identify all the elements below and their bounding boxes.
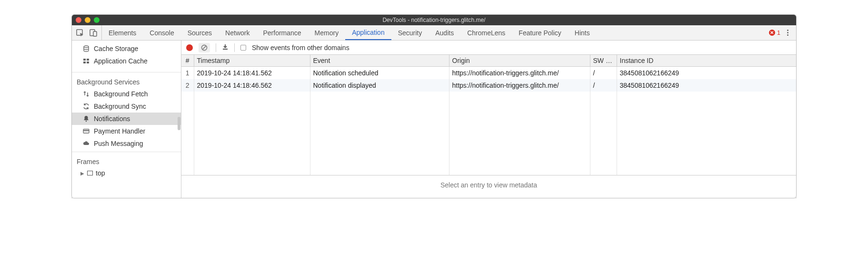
record-button[interactable] <box>186 44 193 51</box>
tab-memory[interactable]: Memory <box>308 25 346 40</box>
swap-icon <box>82 91 90 97</box>
sidebar-item-push-messaging[interactable]: Push Messaging <box>72 137 181 150</box>
tab-chromelens[interactable]: ChromeLens <box>460 25 512 40</box>
panels-tabbar: Elements Console Sources Network Perform… <box>72 25 796 41</box>
sidebar-item-application-cache[interactable]: Application Cache <box>72 55 181 67</box>
sidebar-item-payment-handler[interactable]: Payment Handler <box>72 125 181 137</box>
tab-feature-policy[interactable]: Feature Policy <box>512 25 568 40</box>
svg-line-12 <box>202 46 206 50</box>
application-sidebar: Cache Storage Application Cache Backgrou… <box>72 41 181 198</box>
notifications-panel: Show events from other domains # Timesta… <box>181 41 796 198</box>
clear-button[interactable] <box>199 43 210 52</box>
cell-timestamp: 2019-10-24 14:18:46.562 <box>194 79 310 92</box>
sidebar-item-cache-storage[interactable]: Cache Storage <box>72 42 181 55</box>
panel-tab-list: Elements Console Sources Network Perform… <box>102 25 766 40</box>
sidebar-item-label: Application Cache <box>94 57 148 65</box>
svg-rect-5 <box>87 59 89 61</box>
maximize-window-button[interactable] <box>94 17 100 23</box>
tab-sources[interactable]: Sources <box>181 25 219 40</box>
svg-rect-6 <box>83 62 86 63</box>
minimize-window-button[interactable] <box>85 17 90 23</box>
table-row[interactable]: 2 2019-10-24 14:18:46.562 Notification d… <box>181 79 796 92</box>
tab-audits[interactable]: Audits <box>429 25 460 40</box>
sidebar-item-label: Notifications <box>94 115 130 123</box>
sync-icon <box>82 103 90 110</box>
cell-event: Notification displayed <box>310 79 449 92</box>
svg-point-3 <box>84 46 89 48</box>
frame-icon <box>87 171 93 175</box>
save-events-button[interactable] <box>222 43 229 52</box>
error-icon: ✕ <box>769 30 775 36</box>
cell-instance-id: 3845081062166249 <box>617 79 796 92</box>
card-icon <box>82 128 90 134</box>
sidebar-item-background-sync[interactable]: Background Sync <box>72 100 181 113</box>
svg-point-8 <box>86 121 87 122</box>
sidebar-item-background-fetch[interactable]: Background Fetch <box>72 88 181 100</box>
window-controls <box>76 17 100 23</box>
column-header-number[interactable]: # <box>181 55 194 67</box>
cell-instance-id: 3845081062166249 <box>617 67 796 79</box>
chevron-right-icon: ▶ <box>80 171 84 176</box>
sidebar-item-label: Background Fetch <box>94 90 148 98</box>
tab-console[interactable]: Console <box>143 25 180 40</box>
show-other-domains-label: Show events from other domains <box>252 44 349 52</box>
sidebar-item-label: Payment Handler <box>94 127 145 135</box>
column-header-instance-id[interactable]: Instance ID <box>617 55 796 67</box>
window-titlebar: DevTools - notification-triggers.glitch.… <box>72 15 796 25</box>
cell-sw-scope: / <box>590 79 617 92</box>
column-header-event[interactable]: Event <box>310 55 449 67</box>
close-window-button[interactable] <box>76 17 81 23</box>
metadata-hint: Select an entry to view metadata <box>181 175 796 195</box>
cell-timestamp: 2019-10-24 14:18:41.562 <box>194 67 310 79</box>
show-other-domains-checkbox[interactable] <box>240 45 246 51</box>
sidebar-heading-background-services: Background Services <box>72 74 181 88</box>
sidebar-item-label: Background Sync <box>94 103 146 110</box>
tab-performance[interactable]: Performance <box>256 25 308 40</box>
cell-origin: https://notification-triggers.glitch.me/ <box>449 67 590 79</box>
column-header-sw-scope[interactable]: SW … <box>590 55 617 67</box>
cloud-icon <box>82 140 90 147</box>
tab-application[interactable]: Application <box>345 25 391 40</box>
inspect-element-icon[interactable] <box>76 29 84 37</box>
devtools-window: DevTools - notification-triggers.glitch.… <box>71 14 797 198</box>
svg-rect-4 <box>83 59 86 61</box>
sidebar-item-notifications[interactable]: Notifications <box>72 113 181 125</box>
tab-elements[interactable]: Elements <box>102 25 143 40</box>
events-table: # Timestamp Event Origin SW … Instance I… <box>181 55 796 198</box>
cell-event: Notification scheduled <box>310 67 449 79</box>
tab-hints[interactable]: Hints <box>568 25 597 40</box>
svg-rect-2 <box>93 31 97 36</box>
more-options-button[interactable] <box>785 28 790 38</box>
sidebar-scrollbar[interactable] <box>178 117 180 130</box>
grid-icon <box>82 58 90 64</box>
column-header-origin[interactable]: Origin <box>449 55 590 67</box>
console-errors-badge[interactable]: ✕ 1 <box>769 29 780 36</box>
tab-network[interactable]: Network <box>219 25 256 40</box>
error-count: 1 <box>777 29 780 36</box>
svg-rect-7 <box>87 62 89 63</box>
sidebar-item-label: top <box>96 169 105 177</box>
cell-origin: https://notification-triggers.glitch.me/ <box>449 79 590 92</box>
cell-number: 1 <box>181 67 194 79</box>
events-toolbar: Show events from other domains <box>181 41 796 55</box>
sidebar-heading-frames: Frames <box>72 154 181 167</box>
cell-sw-scope: / <box>590 67 617 79</box>
clear-icon <box>201 44 208 51</box>
window-title: DevTools - notification-triggers.glitch.… <box>72 17 796 23</box>
column-header-timestamp[interactable]: Timestamp <box>194 55 310 67</box>
tab-security[interactable]: Security <box>391 25 429 40</box>
table-row[interactable]: 1 2019-10-24 14:18:41.562 Notification s… <box>181 67 796 79</box>
bell-icon <box>82 115 90 122</box>
toggle-device-icon[interactable] <box>89 29 98 37</box>
cell-number: 2 <box>181 79 194 92</box>
database-icon <box>82 45 90 52</box>
download-icon <box>222 43 229 50</box>
sidebar-item-frame-top[interactable]: ▶ top <box>72 167 181 179</box>
sidebar-item-label: Push Messaging <box>94 140 143 147</box>
sidebar-item-label: Cache Storage <box>94 45 138 52</box>
